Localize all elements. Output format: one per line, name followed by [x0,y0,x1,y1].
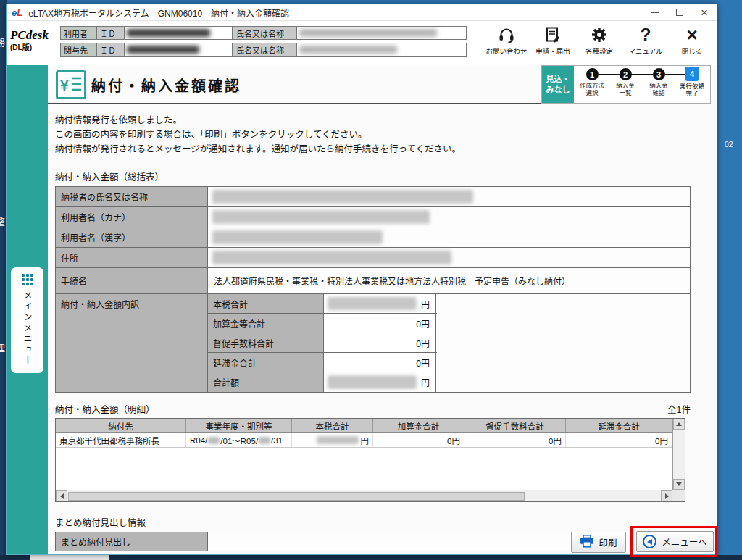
horizontal-scrollbar[interactable] [56,490,672,501]
summary-row-breakdown: 納付・納入金額内訳 本税合計 円 加算金等合計 0円 督促手数料合計 0円 [56,294,690,392]
desktop-icon-fragment: 02 [725,140,733,149]
scroll-up-button[interactable] [673,419,685,430]
maximize-button[interactable] [667,4,692,20]
yen-document-icon: ¥ [56,70,86,102]
step-1-number: 1 [586,68,599,80]
page-title: 納付・納入金額確認 [91,75,241,96]
redacted-value [212,190,473,204]
breakdown-filler [437,294,690,392]
redacted-value [317,436,359,444]
contact-button[interactable]: お問い合わせ [483,22,530,64]
client-name-value [296,43,467,57]
close-window-button[interactable]: × [692,4,717,20]
step-4-active: 4 発行依頼完了 [675,68,709,103]
window-controls: × [643,4,717,20]
addition-cell: 0円 [373,433,464,447]
user-group-label: 利用者 [60,26,96,40]
vertical-scrollbar[interactable] [672,419,685,490]
summary-row-procedure: 手続名 法人都道府県民税・事業税・特別法人事業税又は地方法人特別税 予定申告（み… [56,268,690,294]
step-3-number: 3 [653,68,665,80]
up-arrow-icon [676,422,682,426]
toolbar: お問い合わせ 申請・届出 各種設定 ? マニュアル × 閉じる [483,22,715,64]
breakdown-row-addition: 加算金等合計 0円 [208,314,437,333]
minimize-icon [651,12,659,13]
matome-section-title: まとめ納付見出し情報 [55,515,717,529]
summary-row-kana: 利用者名（カナ） [56,207,690,227]
printer-icon [580,535,594,550]
step-indicator: 見込・みなし 1 作成方法選択 2 納入金一覧 3 納入金確認 [541,65,711,104]
message-line: この画面の内容を印刷する場合は、「印刷」ボタンをクリックしてください。 [55,128,717,142]
breakdown-label: 納付・納入金額内訳 [56,294,208,392]
procedure-name: 法人都道府県民税・事業税・特別法人事業税又は地方法人特別税 予定申告（みなし納付… [208,268,690,293]
pcdesk-logo: PCdesk (DL版) [10,28,58,52]
detail-table: 納付先 事業年度・期別等 本税合計 加算金合計 督促手数料合計 延滞金合計 東京… [55,418,685,502]
demand-fee-cell: 0円 [464,433,566,447]
redacted-cell [208,248,690,267]
close-app-button[interactable]: × 閉じる [669,22,715,64]
step-1: 1 作成方法選択 [575,68,609,103]
redacted-amount: 円 [324,294,436,313]
redacted-value [328,297,417,310]
app-header: PCdesk (DL版) 利用者 ＩＤ 氏名又は名称 関与先 ＩＤ 氏名又は名称 [7,21,717,64]
taskbar-fragment [30,555,109,560]
detail-table-row[interactable]: 東京都千代田都税事務所長 R04//01～R05//31 円 0円 0円 0円 [56,433,672,448]
redacted-amount: 円 [324,372,436,392]
to-menu-button[interactable]: メニューへ [636,531,714,552]
eltax-logo-icon: eL [12,7,22,18]
minimize-button[interactable] [643,4,667,20]
breakdown-row-principal: 本税合計 円 [208,294,437,314]
desktop-icon-fragment: 理 [0,340,5,354]
step-2-number: 2 [620,68,632,80]
breakdown-row-total: 合計額 円 [208,372,437,392]
detail-section-title: 納付・納入金額（明細） [55,402,155,416]
client-group-label: 関与先 [60,43,96,57]
breakdown-table: 本税合計 円 加算金等合計 0円 督促手数料合計 0円 延滞金合計 [208,294,437,392]
app-window: eL eLTAX地方税ポータルシステム GNM06010 納付・納入金額確認 ×… [6,4,717,555]
client-name-label: 氏名又は名称 [233,43,296,57]
summary-row-taxpayer: 納税者の氏名又は名称 [56,187,690,207]
main-content: ¥ 納付・納入金額確認 見込・みなし 1 作成方法選択 2 納入金一覧 [48,65,717,554]
maximize-icon [676,9,683,16]
redacted-value [212,210,430,224]
scroll-right-button[interactable] [661,490,672,501]
right-arrow-icon [665,493,669,499]
close-icon: × [701,7,708,19]
print-button[interactable]: 印刷 [571,532,626,553]
settings-button[interactable]: 各種設定 [576,22,622,64]
gear-icon [591,25,608,45]
record-count: 全1件 [667,402,691,416]
period-cell: R04//01～R05//31 [186,433,292,447]
red-highlight-annotation: メニューへ [630,526,717,557]
matome-label: まとめ納付見出し [56,532,208,551]
summary-section-title: 納付・納入金額（総括表） [55,170,717,183]
manual-button[interactable]: ? マニュアル [622,22,669,64]
scroll-left-button[interactable] [56,490,67,501]
client-id-value [124,43,233,57]
down-arrow-icon [676,482,682,486]
summary-row-address: 住所 [56,248,690,268]
client-id-row: 関与先 ＩＤ 氏名又は名称 [60,43,467,57]
sidebar: メインメニュー [7,65,48,554]
svg-text:¥: ¥ [60,77,69,93]
close-x-icon: × [686,25,697,45]
scroll-down-button[interactable] [673,479,685,490]
summary-row-kanji: 利用者名（漢字） [56,227,690,248]
user-id-value [124,26,233,40]
redacted-value [208,437,220,444]
redacted-cell [208,187,690,206]
step-3: 3 納入金確認 [642,68,675,103]
main-menu-button[interactable]: メインメニュー [11,267,43,373]
redacted-value [212,251,451,264]
step-4-number: 4 [685,67,699,81]
window-title: eLTAX地方税ポータルシステム GNM06010 納付・納入金額確認 [28,7,289,19]
payee-cell: 東京都千代田都税事務所長 [56,433,186,447]
scrollbar-thumb[interactable] [68,492,525,501]
id-panel: 利用者 ＩＤ 氏名又は名称 関与先 ＩＤ 氏名又は名称 [60,26,467,59]
application-report-button[interactable]: 申請・届出 [530,22,576,64]
back-circle-icon [643,535,656,548]
question-icon: ? [641,25,651,45]
redacted-value [259,437,270,444]
headset-icon [498,25,515,45]
title-underline [48,103,546,104]
redacted-cell [208,227,690,247]
